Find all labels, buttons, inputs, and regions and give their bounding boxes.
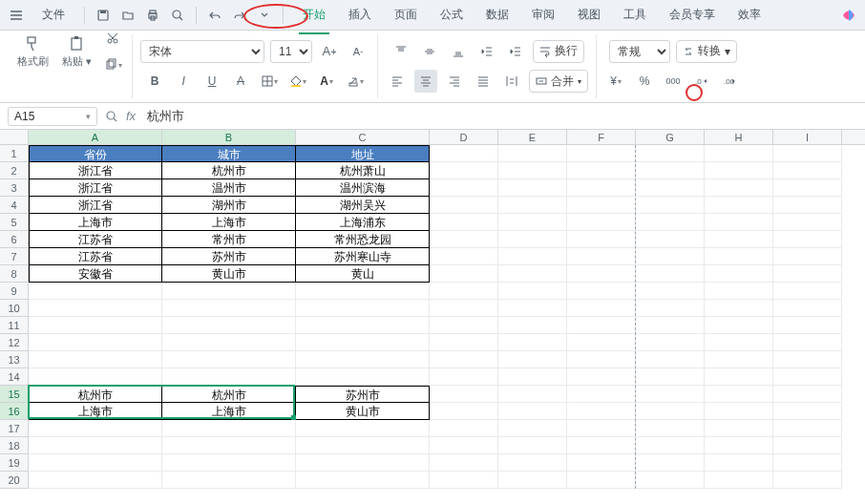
cell[interactable] [773,283,842,300]
cell[interactable] [705,454,773,472]
cell[interactable] [498,368,567,386]
cell[interactable] [705,334,773,351]
underline-icon[interactable]: U [200,70,223,93]
cell[interactable] [498,334,567,351]
search-icon[interactable] [105,110,118,123]
cell[interactable]: 江苏省 [29,248,162,265]
sheet-area[interactable]: ABCDEFGHI 123456789101112131415161718192… [0,130,865,504]
cell[interactable] [773,231,842,248]
cell[interactable] [498,162,567,179]
chevron-down-icon[interactable] [254,5,275,26]
cell[interactable] [296,334,430,351]
cell[interactable] [636,454,705,472]
cell[interactable] [29,334,162,351]
cell[interactable] [296,368,430,386]
cell[interactable]: 城市 [162,145,296,162]
cell[interactable] [567,145,636,162]
cell[interactable]: 上海市 [162,403,296,420]
cell[interactable]: 上海市 [29,403,162,420]
cell[interactable] [430,472,498,489]
cell[interactable] [636,265,705,283]
tab-效率[interactable]: 效率 [727,1,772,29]
cell[interactable] [498,386,567,403]
align-center-icon[interactable] [414,70,437,93]
col-header-D[interactable]: D [430,130,498,144]
cell[interactable] [636,437,705,454]
cell[interactable] [567,386,636,403]
row-header-9[interactable]: 9 [0,283,29,300]
col-header-I[interactable]: I [773,130,842,144]
cell[interactable] [162,437,296,454]
cell[interactable] [162,283,296,300]
cell[interactable] [296,420,430,437]
cell[interactable] [773,300,842,317]
col-header-B[interactable]: B [162,130,296,144]
cell[interactable] [567,437,636,454]
row-header-19[interactable]: 19 [0,454,29,472]
cell[interactable] [430,300,498,317]
italic-icon[interactable]: I [172,70,195,93]
align-top-icon[interactable] [390,40,412,63]
cell[interactable] [498,214,567,231]
cell[interactable]: 浙江省 [29,197,162,214]
cell[interactable] [567,265,636,283]
clear-format-icon[interactable] [344,70,367,93]
cell[interactable] [567,403,636,420]
decrease-decimal-icon[interactable]: .0 [690,70,713,93]
cell[interactable] [29,300,162,317]
cell[interactable] [296,437,430,454]
increase-decimal-icon[interactable]: .00 [719,70,742,93]
cell[interactable] [498,145,567,162]
cell[interactable] [705,386,773,403]
merge-cells-button[interactable]: 合并 ▾ [529,70,588,93]
cell[interactable] [498,265,567,283]
cell[interactable] [498,300,567,317]
cell[interactable] [705,472,773,489]
cell[interactable]: 黄山 [296,265,430,283]
cell[interactable] [636,317,705,334]
col-header-C[interactable]: C [296,130,430,144]
hamburger-icon[interactable] [6,5,27,26]
preview-icon[interactable] [167,5,188,26]
cell[interactable] [29,420,162,437]
row-header-15[interactable]: 15 [0,386,29,403]
cell[interactable] [162,300,296,317]
row-header-13[interactable]: 13 [0,351,29,368]
tab-审阅[interactable]: 审阅 [520,1,566,29]
cell[interactable] [705,231,773,248]
cell[interactable] [773,145,842,162]
number-format-select[interactable]: 常规 [609,40,670,63]
row-header-16[interactable]: 16 [0,403,29,420]
cell[interactable] [705,351,773,368]
cell[interactable] [773,437,842,454]
cell[interactable] [162,420,296,437]
formula-input[interactable] [143,107,857,126]
col-header-G[interactable]: G [636,130,705,144]
cell[interactable] [567,179,636,197]
cell[interactable] [773,179,842,197]
indent-increase-icon[interactable] [504,40,527,63]
cell[interactable]: 浙江省 [29,162,162,179]
row-header-8[interactable]: 8 [0,265,29,283]
align-justify-icon[interactable] [472,70,495,93]
cell[interactable] [567,231,636,248]
cell[interactable] [430,317,498,334]
cell[interactable] [567,248,636,265]
cell[interactable]: 省份 [29,145,162,162]
cell[interactable]: 杭州萧山 [296,162,430,179]
cell[interactable] [29,437,162,454]
cell[interactable] [636,145,705,162]
cell[interactable] [430,351,498,368]
distribute-icon[interactable] [500,70,523,93]
col-header-H[interactable]: H [705,130,773,144]
cell[interactable] [430,265,498,283]
cell[interactable] [773,334,842,351]
indent-decrease-icon[interactable] [475,40,498,63]
percent-icon[interactable]: % [633,70,656,93]
align-right-icon[interactable] [443,70,466,93]
cell[interactable] [29,454,162,472]
tab-会员专享[interactable]: 会员专享 [658,1,727,29]
cell[interactable] [296,300,430,317]
cell[interactable] [705,420,773,437]
cell[interactable] [430,283,498,300]
